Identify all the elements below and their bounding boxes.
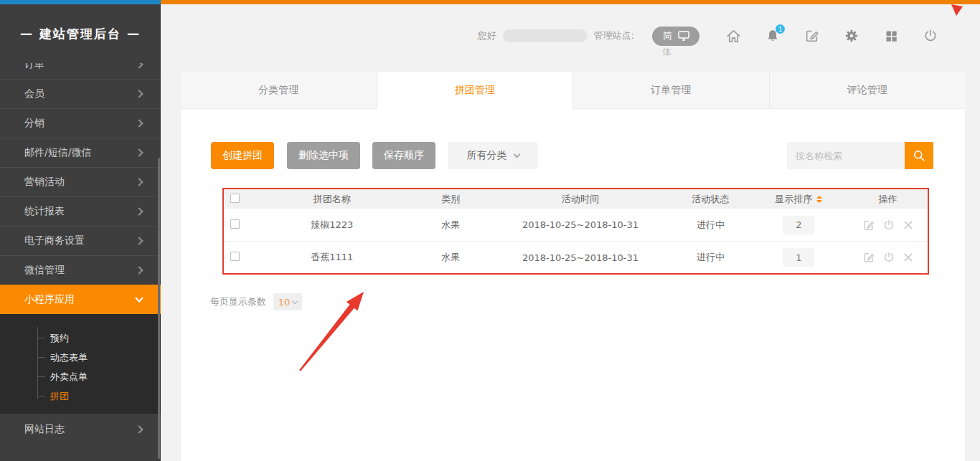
table-row: 辣椒1223 水果 2018-10-25~2018-10-31 进行中 2 <box>224 209 928 241</box>
chevron-right-icon <box>135 90 143 98</box>
sidebar-item-label: 网站日志 <box>24 423 65 436</box>
sidebar-item-label: 邮件/短信/微信 <box>24 146 91 159</box>
chevron-right-icon <box>135 148 143 156</box>
logout-power-icon[interactable] <box>922 27 939 44</box>
home-icon[interactable] <box>725 27 742 44</box>
sidebar-scrollbar[interactable] <box>158 158 160 459</box>
delete-selected-button[interactable]: 删除选中项 <box>287 142 360 169</box>
per-page-value: 10 <box>278 297 291 308</box>
monitor-icon <box>678 31 689 41</box>
sidebar-item-mail-sms-wechat[interactable]: 邮件/短信/微信 <box>0 138 161 167</box>
category-filter-label: 所有分类 <box>467 149 507 162</box>
sidebar-item-label: 电子商务设置 <box>24 234 85 247</box>
toggle-power-icon[interactable] <box>882 251 895 264</box>
cell-category: 水果 <box>413 219 489 232</box>
notification-badge: 1 <box>776 24 785 34</box>
chevron-down-icon <box>513 151 520 158</box>
content-card: 分类管理 拼团管理 订单管理 评论管理 创建拼团 删除选中项 保存顺序 所有分类 <box>181 72 965 461</box>
header-category: 类别 <box>413 193 489 206</box>
chevron-right-icon <box>135 237 143 244</box>
cell-time: 2018-10-25~2018-10-31 <box>489 219 672 230</box>
edit-row-icon[interactable] <box>862 251 875 264</box>
submenu-item-dynamic-forms[interactable]: 动态表单 <box>0 348 161 367</box>
sidebar: — 建站管理后台 — 订单 会员 分销 邮件/短信/微信 营销活动 统计报表 电… <box>0 0 161 461</box>
chevron-right-icon <box>135 207 143 215</box>
pagination: 每页显示条数 10 <box>181 293 965 310</box>
header-sort: 显示排序 <box>775 193 812 206</box>
site-label: 管理站点: <box>594 29 634 42</box>
chevron-right-icon <box>135 119 143 127</box>
submenu-item-booking[interactable]: 预约 <box>0 328 161 348</box>
row-checkbox[interactable] <box>230 219 240 229</box>
search-button[interactable] <box>905 142 933 169</box>
sort-carets-icon[interactable] <box>816 196 822 203</box>
tab-category-management[interactable]: 分类管理 <box>181 72 377 109</box>
header-actions: 操作 <box>879 193 897 206</box>
language-selector[interactable]: 简 <box>652 27 699 46</box>
sort-order-input[interactable]: 2 <box>783 216 814 234</box>
row-checkbox[interactable] <box>230 252 240 261</box>
sidebar-item-members[interactable]: 会员 <box>0 79 161 108</box>
chevron-right-icon <box>135 266 143 274</box>
topbar: 您好 管理站点: 简 体 <box>161 4 980 67</box>
edit-row-icon[interactable] <box>862 219 875 232</box>
toolbar: 创建拼团 删除选中项 保存顺序 所有分类 <box>181 142 965 169</box>
sidebar-item-site-logs[interactable]: 网站日志 <box>0 414 161 444</box>
edit-icon[interactable] <box>804 27 821 44</box>
miniprogram-submenu: 预约 动态表单 外卖点单 拼团 <box>0 314 161 414</box>
header-time: 活动时间 <box>489 193 672 206</box>
notifications-bell-icon[interactable]: 1 <box>764 27 781 44</box>
tab-comment-management[interactable]: 评论管理 <box>769 72 966 109</box>
sidebar-item-wechat-management[interactable]: 微信管理 <box>0 255 161 285</box>
sidebar-item-label: 营销活动 <box>24 176 65 189</box>
sidebar-item-label: 小程序应用 <box>24 293 75 306</box>
sidebar-item-label: 会员 <box>24 87 44 100</box>
delete-row-icon[interactable] <box>903 252 914 263</box>
submenu-item-group-buy[interactable]: 拼团 <box>0 386 161 406</box>
chevron-down-icon <box>135 294 143 302</box>
tab-order-management[interactable]: 订单管理 <box>573 72 769 109</box>
cell-category: 水果 <box>413 251 489 264</box>
per-page-label: 每页显示条数 <box>210 295 266 308</box>
submenu-item-takeout-order[interactable]: 外卖点单 <box>0 367 161 386</box>
sidebar-clipped-item-wrap: 订单 <box>0 63 161 79</box>
delete-row-icon[interactable] <box>903 219 914 231</box>
header-status: 活动状态 <box>672 193 750 206</box>
toggle-power-icon[interactable] <box>882 219 895 232</box>
category-filter-dropdown[interactable]: 所有分类 <box>448 142 538 169</box>
cell-status: 进行中 <box>672 219 750 232</box>
cell-status: 进行中 <box>672 251 750 264</box>
settings-gear-icon[interactable] <box>843 27 860 44</box>
tab-groupbuy-management[interactable]: 拼团管理 <box>377 72 573 109</box>
apps-grid-icon[interactable] <box>882 27 900 44</box>
sidebar-item-distribution[interactable]: 分销 <box>0 108 161 138</box>
sidebar-item-miniprogram-apps[interactable]: 小程序应用 <box>0 285 161 314</box>
sidebar-item-statistics[interactable]: 统计报表 <box>0 196 161 226</box>
sidebar-item-label: 分销 <box>24 117 44 130</box>
create-groupbuy-button[interactable]: 创建拼团 <box>211 142 274 169</box>
cell-time: 2018-10-25~2018-10-31 <box>489 252 672 263</box>
user-info: 您好 管理站点: 简 体 <box>478 27 699 46</box>
chevron-right-icon <box>135 178 143 186</box>
sort-order-input[interactable]: 1 <box>783 248 814 267</box>
sidebar-item-orders[interactable]: 订单 <box>0 63 161 79</box>
sidebar-item-label: 微信管理 <box>24 264 65 277</box>
save-order-button[interactable]: 保存顺序 <box>372 142 435 169</box>
search-icon <box>912 148 926 163</box>
language-char: 简 <box>663 29 672 42</box>
language-selector-wrap: 简 体 <box>652 27 699 46</box>
chevron-right-icon <box>135 425 143 433</box>
per-page-dropdown[interactable]: 10 <box>273 293 302 310</box>
main-area: 您好 管理站点: 简 体 <box>161 0 980 461</box>
cell-name: 辣椒1223 <box>251 219 413 232</box>
language-char-below: 体 <box>662 46 672 59</box>
sidebar-item-marketing[interactable]: 营销活动 <box>0 167 161 196</box>
chevron-down-icon <box>292 298 298 303</box>
tab-bar: 分类管理 拼团管理 订单管理 评论管理 <box>181 72 965 109</box>
select-all-checkbox[interactable] <box>230 194 240 203</box>
search-input[interactable] <box>787 142 905 169</box>
app-logo: — 建站管理后台 — <box>0 4 161 63</box>
sidebar-item-ecommerce-settings[interactable]: 电子商务设置 <box>0 226 161 255</box>
sidebar-item-label: 订单 <box>24 63 44 71</box>
username-redacted <box>503 29 588 42</box>
